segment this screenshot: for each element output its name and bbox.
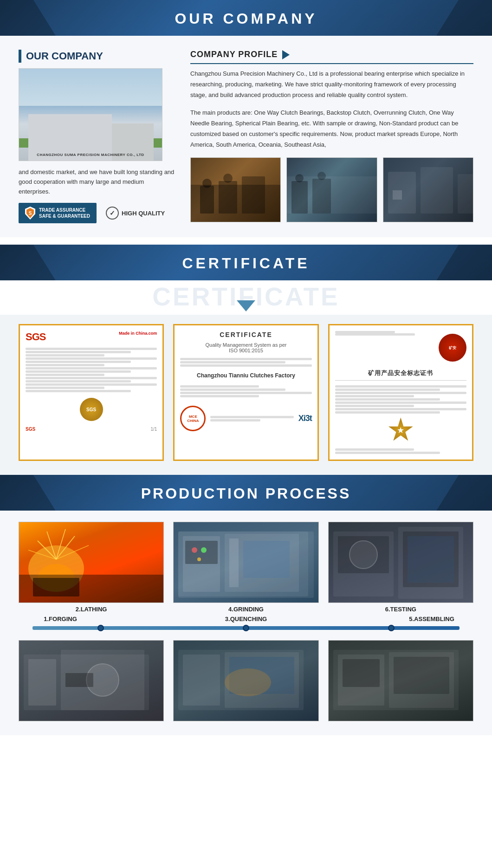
- grinding-image: [173, 522, 318, 603]
- iso-cert-lines-3: [210, 416, 293, 421]
- svg-rect-3: [200, 186, 214, 214]
- svg-rect-32: [185, 541, 218, 564]
- trade-line1: TRADE ASSURANCE: [39, 207, 90, 213]
- certificate-cards-row: SGS Made in China.com: [0, 315, 492, 475]
- our-company-header: OUR COMPANY: [0, 0, 492, 36]
- quench-machine-svg: [174, 641, 318, 721]
- sgs-bottom-label: SGS: [26, 427, 35, 432]
- check-icon: ✓: [106, 207, 119, 220]
- cert-line-5: [26, 361, 131, 363]
- sgs-footer: SGS 1/1: [26, 427, 157, 432]
- production-bottom-images: [19, 640, 473, 721]
- production-content: 2.LATHING 4.GRINDING 6.TESTING 1.FORGING…: [0, 511, 492, 735]
- page-title: OUR COMPANY: [0, 10, 492, 27]
- mining-line-10: [335, 408, 466, 410]
- company-section-title: OUR COMPANY: [26, 50, 103, 62]
- svg-rect-46: [65, 673, 93, 687]
- machines-svg-3: [383, 158, 473, 222]
- mining-line-3: [335, 385, 466, 388]
- iso-line-3: [180, 364, 311, 367]
- building-label: CHANGZHOU SUMA PRECISION MACHINERY CO., …: [19, 153, 162, 157]
- profile-title: COMPANY PROFILE: [190, 50, 278, 59]
- made-in-china-text: Made in China.com: [119, 331, 157, 336]
- svg-rect-15: [458, 174, 473, 214]
- cert-line-7: [26, 367, 157, 369]
- high-quality-badge: ✓ HIGH QUALITY: [106, 207, 165, 220]
- top-step-labels: 2.LATHING 4.GRINDING 6.TESTING: [19, 606, 473, 613]
- svg-rect-30: [229, 538, 239, 587]
- cert-line-10: [26, 377, 157, 379]
- company-left-panel: OUR COMPANY CHANGZHOU SUMA PRECISION MAC…: [19, 50, 176, 223]
- sgs-logos-row: SGS Made in China.com: [26, 331, 157, 343]
- iso-cert-lines-2: [180, 385, 311, 397]
- company-photos-row: [190, 157, 473, 222]
- svg-rect-55: [343, 659, 380, 687]
- iso-line-7: [180, 395, 259, 397]
- svg-rect-4: [219, 181, 237, 214]
- mining-cert-title: 矿用产品安全标志证书: [335, 369, 466, 381]
- timeline-container: [32, 626, 460, 635]
- iso-seal: MCECHINA: [180, 406, 206, 431]
- profile-arrow-icon: [282, 50, 290, 59]
- production-title: PRODUCTION PROCESS: [0, 485, 492, 502]
- lathe-image: [19, 640, 164, 721]
- cert-line-8: [26, 370, 131, 373]
- company-right-panel: COMPANY PROFILE Changzhou Suma Precision…: [190, 50, 473, 222]
- step-3-label: 3.QUENCHING: [204, 615, 288, 622]
- svg-point-7: [223, 174, 233, 183]
- cert-card-mining: 矿安 矿用产品安全标志证书 ★: [328, 324, 473, 461]
- cert-down-arrow: [0, 300, 492, 313]
- sgs-logo: SGS: [26, 331, 45, 343]
- svg-text:S: S: [29, 211, 32, 216]
- cert-line-14: [26, 390, 131, 392]
- svg-point-19: [38, 564, 75, 592]
- iso-cert-lines: [180, 358, 311, 367]
- profile-text-2: The main products are: One Way Clutch Be…: [190, 108, 473, 150]
- workshop-photo-3: [383, 157, 473, 222]
- step-6-label: 6.TESTING: [328, 606, 473, 613]
- bottom-step-labels: 1.FORGING 3.QUENCHING 5.ASSEMBLING: [19, 614, 473, 624]
- shield-icon: S: [25, 207, 35, 220]
- badges-row: S TRADE ASSURANCE SAFE & GUARANTEED ✓ HI…: [19, 203, 176, 223]
- trade-assurance-text: TRADE ASSURANCE SAFE & GUARANTEED: [39, 207, 90, 219]
- certificate-header: CERTIFICATE: [0, 245, 492, 280]
- profile-header: COMPANY PROFILE: [190, 50, 473, 64]
- svg-point-33: [192, 547, 197, 553]
- svg-rect-5: [242, 176, 265, 214]
- workers-svg-1: [191, 158, 280, 222]
- testing-image: [328, 522, 473, 603]
- mining-cert-lines-2: [335, 448, 466, 454]
- cert-card-iso: CERTIFICATE Quality Management System as…: [173, 324, 318, 461]
- mining-line-7: [335, 398, 440, 401]
- cert-line-3: [26, 354, 104, 356]
- mining-line-6: [335, 395, 414, 397]
- assemble-image: [328, 640, 473, 721]
- mining-red-seal: 矿安: [439, 334, 466, 362]
- cert-line-12: [26, 383, 157, 386]
- company-section: OUR COMPANY CHANGZHOU SUMA PRECISION MAC…: [0, 36, 492, 237]
- cert-card-iso-inner: CERTIFICATE Quality Management System as…: [180, 331, 311, 454]
- svg-point-35: [197, 557, 201, 561]
- cert-card-sgs: SGS Made in China.com: [19, 324, 164, 461]
- mining-line-8: [335, 402, 466, 404]
- production-section: PRODUCTION PROCESS: [0, 475, 492, 735]
- cert-line-2: [26, 351, 131, 353]
- iso-cert-seal-row: MCECHINA Xi3t: [180, 406, 311, 431]
- company-text-below: and domestic market, and we have built l…: [19, 168, 176, 196]
- step-1-label: 1.FORGING: [19, 615, 102, 622]
- grinding-machine: [174, 522, 318, 602]
- step-2-label: 2.LATHING: [19, 606, 164, 613]
- svg-rect-26: [33, 578, 79, 596]
- cert-line-9: [26, 374, 104, 376]
- workshop-photo-2: [286, 157, 377, 222]
- sgs-seal: SGS: [80, 398, 103, 421]
- iso-cert-org: Changzhou Tianniu Clutches Factory: [180, 372, 311, 379]
- iso-line-9: [210, 419, 260, 421]
- sgs-page-num: 1/1: [150, 427, 157, 432]
- svg-point-12: [317, 172, 326, 180]
- mining-cert-lines-top: [335, 331, 435, 336]
- svg-rect-14: [421, 167, 453, 214]
- trade-assurance-badge: S TRADE ASSURANCE SAFE & GUARANTEED: [19, 203, 97, 223]
- mining-cert-lines: [335, 385, 466, 414]
- iso-line-1: [180, 358, 311, 360]
